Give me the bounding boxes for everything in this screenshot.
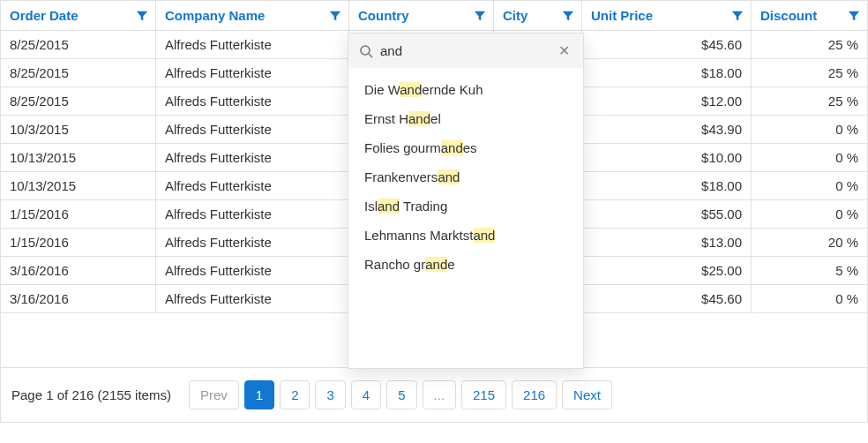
column-header-row: Order DateCompany NameCountryCityUnit Pr… — [1, 1, 867, 31]
search-icon — [359, 44, 373, 58]
pager-ellipsis: ... — [423, 380, 457, 409]
cell-order_date: 10/13/2015 — [1, 172, 156, 200]
highlight: and — [438, 169, 460, 184]
dropdown-item[interactable]: Die Wandernde Kuh — [348, 75, 583, 104]
pager-page-2[interactable]: 2 — [280, 380, 310, 409]
cell-order_date: 10/3/2015 — [1, 116, 156, 144]
cell-discount: 0 % — [752, 172, 867, 200]
cell-company: Alfreds Futterkiste — [156, 200, 349, 229]
cell-company: Alfreds Futterkiste — [156, 257, 349, 285]
cell-discount: 25 % — [752, 59, 867, 87]
column-header-order_date[interactable]: Order Date — [1, 1, 156, 31]
highlight: and — [408, 111, 430, 126]
column-header-label: Discount — [760, 8, 817, 23]
cell-unit_price: $18.00 — [582, 172, 752, 200]
clear-search-button[interactable]: ✕ — [555, 42, 573, 59]
cell-company: Alfreds Futterkiste — [156, 116, 349, 144]
cell-discount: 0 % — [752, 144, 867, 172]
cell-discount: 25 % — [752, 31, 867, 59]
cell-discount: 20 % — [752, 229, 867, 257]
cell-discount: 0 % — [752, 285, 867, 313]
pager-page-1[interactable]: 1 — [244, 380, 274, 409]
cell-order_date: 8/25/2015 — [1, 87, 156, 116]
cell-company: Alfreds Futterkiste — [156, 285, 349, 313]
svg-point-0 — [361, 46, 370, 55]
column-header-city[interactable]: City — [494, 1, 582, 31]
dropdown-item[interactable]: Ernst Handel — [348, 104, 583, 133]
highlight: and — [400, 82, 422, 97]
cell-company: Alfreds Futterkiste — [156, 172, 349, 200]
dropdown-item[interactable]: Folies gourmandes — [348, 133, 583, 162]
cell-discount: 0 % — [752, 116, 867, 144]
column-header-label: Country — [358, 8, 409, 23]
pager-page-4[interactable]: 4 — [351, 380, 381, 409]
pager-page-216[interactable]: 216 — [512, 380, 557, 409]
filter-icon[interactable] — [848, 10, 860, 22]
dropdown-item[interactable]: Frankenversand — [348, 162, 583, 191]
dropdown-item[interactable]: Rancho grande — [348, 250, 583, 279]
cell-order_date: 3/16/2016 — [1, 257, 156, 285]
dropdown-item[interactable]: Lehmanns Marktstand — [348, 221, 583, 250]
highlight: and — [441, 140, 463, 155]
cell-discount: 25 % — [752, 87, 867, 116]
data-grid: Order DateCompany NameCountryCityUnit Pr… — [0, 0, 868, 423]
cell-company: Alfreds Futterkiste — [156, 229, 349, 257]
cell-unit_price: $18.00 — [582, 59, 752, 87]
filter-icon[interactable] — [474, 10, 486, 22]
company-filter-dropdown: ✕ Die Wandernde KuhErnst HandelFolies go… — [348, 33, 584, 369]
cell-order_date: 1/15/2016 — [1, 229, 156, 257]
column-header-unit_price[interactable]: Unit Price — [582, 1, 752, 31]
column-header-label: Unit Price — [591, 8, 653, 23]
cell-unit_price: $25.00 — [582, 257, 752, 285]
cell-order_date: 8/25/2015 — [1, 59, 156, 87]
pager-summary: Page 1 of 216 (2155 items) — [11, 387, 171, 402]
cell-unit_price: $45.60 — [582, 285, 752, 313]
highlight: and — [425, 257, 447, 272]
cell-unit_price: $55.00 — [582, 200, 752, 229]
column-header-label: City — [503, 8, 528, 23]
pager-next-button[interactable]: Next — [562, 380, 612, 409]
column-header-country[interactable]: Country — [349, 1, 494, 31]
cell-company: Alfreds Futterkiste — [156, 87, 349, 116]
pager-buttons: Prev12345...215216Next — [189, 380, 612, 409]
cell-unit_price: $10.00 — [582, 144, 752, 172]
cell-unit_price: $13.00 — [582, 229, 752, 257]
pager-page-3[interactable]: 3 — [315, 380, 345, 409]
filter-icon[interactable] — [731, 10, 744, 22]
filter-icon[interactable] — [136, 10, 148, 22]
dropdown-item[interactable]: Island Trading — [348, 191, 583, 221]
cell-discount: 0 % — [752, 200, 867, 229]
cell-order_date: 10/13/2015 — [1, 144, 156, 172]
cell-unit_price: $43.90 — [582, 116, 752, 144]
dropdown-search-row: ✕ — [348, 34, 583, 68]
cell-discount: 5 % — [752, 257, 867, 285]
column-header-company[interactable]: Company Name — [156, 1, 349, 31]
pager-page-215[interactable]: 215 — [461, 380, 506, 409]
cell-unit_price: $45.60 — [582, 31, 752, 59]
filter-icon[interactable] — [562, 10, 574, 22]
cell-company: Alfreds Futterkiste — [156, 59, 349, 87]
pager: Page 1 of 216 (2155 items) Prev12345...2… — [1, 368, 867, 423]
pager-prev-button: Prev — [189, 380, 239, 409]
dropdown-list: Die Wandernde KuhErnst HandelFolies gour… — [348, 68, 583, 368]
cell-unit_price: $12.00 — [582, 87, 752, 116]
cell-order_date: 3/16/2016 — [1, 285, 156, 313]
column-header-label: Order Date — [10, 8, 79, 23]
cell-order_date: 1/15/2016 — [1, 200, 156, 229]
column-header-label: Company Name — [165, 8, 265, 23]
svg-line-1 — [369, 54, 372, 57]
pager-page-5[interactable]: 5 — [386, 380, 416, 409]
column-header-discount[interactable]: Discount — [752, 1, 867, 31]
dropdown-search-input[interactable] — [380, 43, 548, 58]
cell-company: Alfreds Futterkiste — [156, 31, 349, 59]
cell-company: Alfreds Futterkiste — [156, 144, 349, 172]
highlight: and — [473, 228, 495, 243]
filter-icon[interactable] — [329, 10, 341, 22]
highlight: and — [378, 199, 400, 214]
cell-order_date: 8/25/2015 — [1, 31, 156, 59]
